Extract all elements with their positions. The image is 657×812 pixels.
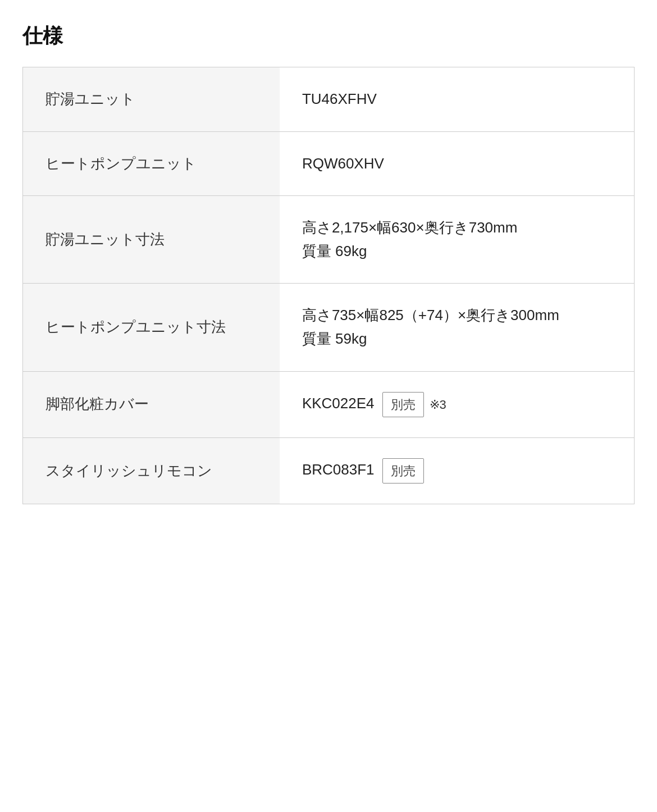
table-row: ヒートポンプユニット寸法高さ735×幅825（+74）×奥行き300mm質量 5…: [23, 284, 635, 371]
badge-label: 別売: [382, 392, 424, 417]
table-row: 貯湯ユニット寸法高さ2,175×幅630×奥行き730mm質量 69kg: [23, 196, 635, 284]
row-value-2: 高さ2,175×幅630×奥行き730mm質量 69kg: [280, 196, 635, 284]
row-value-3: 高さ735×幅825（+74）×奥行き300mm質量 59kg: [280, 284, 635, 371]
table-row: スタイリッシュリモコンBRC083F1別売: [23, 437, 635, 504]
row-label-2: 貯湯ユニット寸法: [23, 196, 280, 284]
table-row: 脚部化粧カバーKKC022E4別売※3: [23, 371, 635, 437]
row-label-5: スタイリッシュリモコン: [23, 437, 280, 504]
spec-table: 貯湯ユニットTU46XFHVヒートポンプユニットRQW60XHV貯湯ユニット寸法…: [22, 67, 635, 504]
row-value-4: KKC022E4別売※3: [280, 371, 635, 437]
row-value-0: TU46XFHV: [280, 67, 635, 132]
row-label-0: 貯湯ユニット: [23, 67, 280, 132]
note-text: ※3: [430, 398, 446, 412]
row-value-1: RQW60XHV: [280, 131, 635, 196]
row-label-1: ヒートポンプユニット: [23, 131, 280, 196]
row-label-3: ヒートポンプユニット寸法: [23, 284, 280, 371]
row-label-4: 脚部化粧カバー: [23, 371, 280, 437]
row-value-5: BRC083F1別売: [280, 437, 635, 504]
badge-label: 別売: [382, 458, 424, 483]
table-row: 貯湯ユニットTU46XFHV: [23, 67, 635, 132]
table-row: ヒートポンプユニットRQW60XHV: [23, 131, 635, 196]
page-title: 仕様: [22, 22, 635, 50]
